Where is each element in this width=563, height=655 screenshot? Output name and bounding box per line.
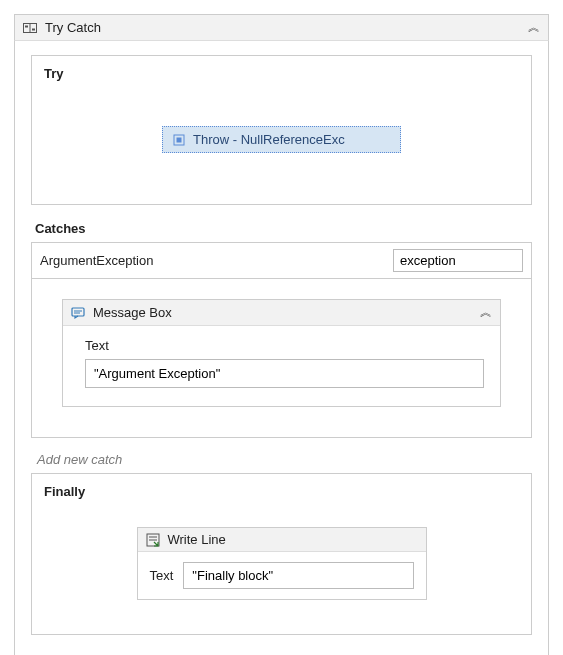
catch-type: ArgumentException: [40, 253, 383, 268]
activity-title: Try Catch: [45, 20, 520, 35]
message-box-header[interactable]: Message Box ︽: [63, 300, 500, 326]
try-frame[interactable]: Try Throw - NullReferenceExc: [31, 55, 532, 205]
message-box-collapse-icon[interactable]: ︽: [480, 304, 492, 321]
write-line-header[interactable]: Write Line: [138, 528, 426, 552]
svg-rect-5: [177, 137, 182, 142]
catch-row[interactable]: ArgumentException: [31, 242, 532, 278]
catch-variable-input[interactable]: [393, 249, 523, 272]
activity-header[interactable]: Try Catch ︽: [14, 14, 549, 41]
message-box-title: Message Box: [93, 305, 472, 320]
collapse-chevron-icon[interactable]: ︽: [528, 19, 540, 36]
message-box-activity[interactable]: Message Box ︽ Text: [62, 299, 501, 407]
write-line-body: Text: [138, 552, 426, 599]
throw-icon: [173, 134, 185, 146]
message-box-icon: [71, 306, 85, 320]
write-line-activity[interactable]: Write Line Text: [137, 527, 427, 600]
activity-body: Try Throw - NullReferenceExc Catches Arg…: [14, 41, 549, 655]
throw-label: Throw - NullReferenceExc: [193, 132, 345, 147]
svg-rect-6: [72, 308, 84, 316]
catch-body[interactable]: Message Box ︽ Text: [31, 278, 532, 438]
catches-heading: Catches: [35, 221, 532, 236]
write-line-text-label: Text: [150, 568, 174, 583]
add-new-catch[interactable]: Add new catch: [37, 452, 532, 467]
svg-rect-2: [25, 25, 28, 27]
message-box-content: Text: [63, 326, 500, 406]
try-label: Try: [44, 66, 519, 81]
try-catch-designer: Try Catch ︽ Try Throw - NullReferenceExc: [0, 0, 563, 655]
write-line-title: Write Line: [168, 532, 226, 547]
svg-rect-3: [32, 28, 35, 30]
finally-frame[interactable]: Finally Write Line: [31, 473, 532, 635]
write-line-text-input[interactable]: [183, 562, 413, 589]
text-field-label: Text: [85, 338, 484, 353]
message-box-text-input[interactable]: [85, 359, 484, 388]
try-section: Try Throw - NullReferenceExc: [31, 55, 532, 205]
try-catch-icon: [23, 21, 37, 35]
write-line-icon: [146, 533, 160, 547]
throw-activity[interactable]: Throw - NullReferenceExc: [162, 126, 401, 153]
finally-label: Finally: [44, 484, 519, 499]
